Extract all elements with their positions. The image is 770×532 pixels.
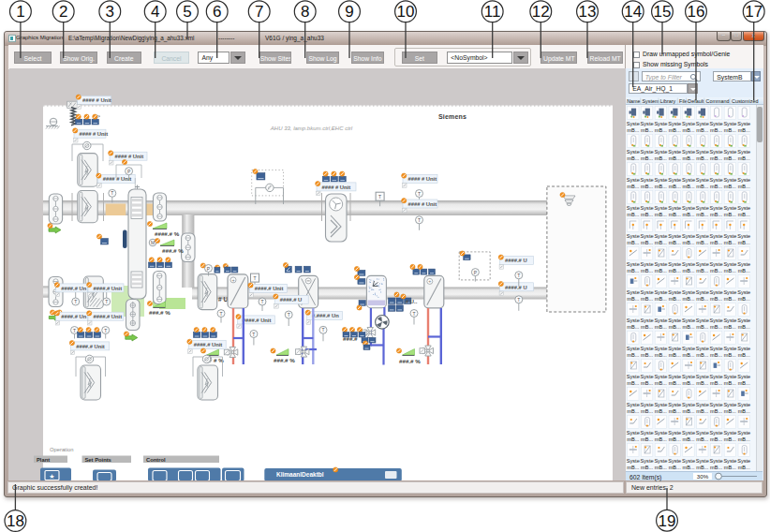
svg-text:17: 17 xyxy=(745,3,763,21)
svg-text:3: 3 xyxy=(106,3,114,21)
svg-text:13: 13 xyxy=(579,3,597,21)
svg-text:4: 4 xyxy=(151,3,159,21)
svg-text:8: 8 xyxy=(301,3,309,21)
svg-text:10: 10 xyxy=(397,3,415,21)
svg-text:18: 18 xyxy=(7,512,24,530)
svg-text:14: 14 xyxy=(624,3,642,21)
svg-text:11: 11 xyxy=(484,3,501,21)
svg-text:19: 19 xyxy=(659,512,676,530)
svg-text:12: 12 xyxy=(532,3,550,21)
svg-text:1: 1 xyxy=(16,3,24,21)
svg-text:7: 7 xyxy=(255,3,263,21)
svg-text:5: 5 xyxy=(183,3,191,21)
svg-text:16: 16 xyxy=(688,3,705,21)
svg-text:9: 9 xyxy=(345,3,353,21)
svg-text:15: 15 xyxy=(654,3,672,21)
svg-text:6: 6 xyxy=(213,3,221,21)
svg-text:2: 2 xyxy=(59,3,67,21)
